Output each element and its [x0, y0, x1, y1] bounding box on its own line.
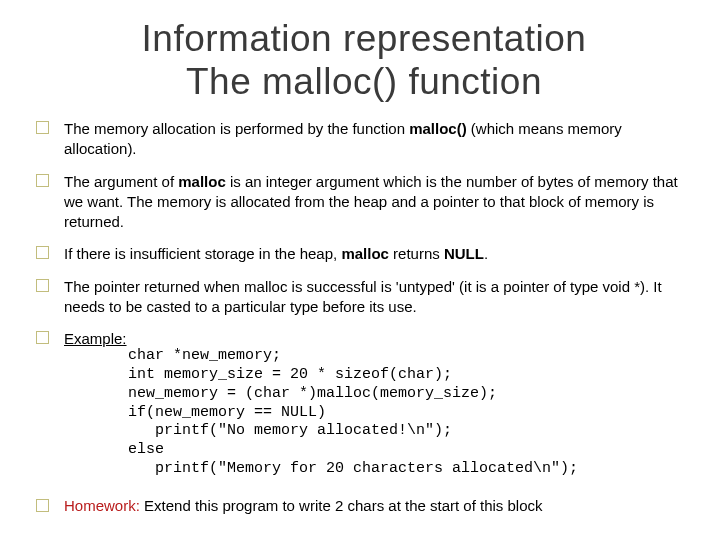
homework-text: Extend this program to write 2 chars at … — [140, 497, 543, 514]
bullet-text: The memory allocation is performed by th… — [64, 120, 622, 157]
list-item: The argument of malloc is an integer arg… — [36, 172, 692, 233]
slide: Information representation The malloc() … — [0, 0, 720, 540]
slide-title: Information representation The malloc() … — [36, 18, 692, 103]
bullet-text: If there is insufficient storage in the … — [64, 245, 488, 262]
bullet-icon — [36, 121, 49, 134]
list-item-example: Example: char *new_memory; int memory_si… — [36, 329, 692, 479]
code-block: char *new_memory; int memory_size = 20 *… — [128, 347, 692, 478]
bullet-text: The argument of malloc is an integer arg… — [64, 173, 678, 231]
list-item: If there is insufficient storage in the … — [36, 244, 692, 264]
bullet-icon — [36, 499, 49, 512]
title-line-1: Information representation — [142, 18, 587, 59]
bullet-icon — [36, 331, 49, 344]
homework-line: Homework: Extend this program to write 2… — [36, 497, 692, 514]
homework-label: Homework: — [64, 497, 140, 514]
example-label: Example: — [64, 330, 127, 347]
bullet-icon — [36, 279, 49, 292]
list-item: The memory allocation is performed by th… — [36, 119, 692, 160]
list-item: The pointer returned when malloc is succ… — [36, 277, 692, 318]
title-line-2: The malloc() function — [186, 61, 542, 102]
bullet-list: The memory allocation is performed by th… — [36, 119, 692, 479]
bullet-text: The pointer returned when malloc is succ… — [64, 278, 662, 315]
bullet-icon — [36, 174, 49, 187]
bullet-icon — [36, 246, 49, 259]
